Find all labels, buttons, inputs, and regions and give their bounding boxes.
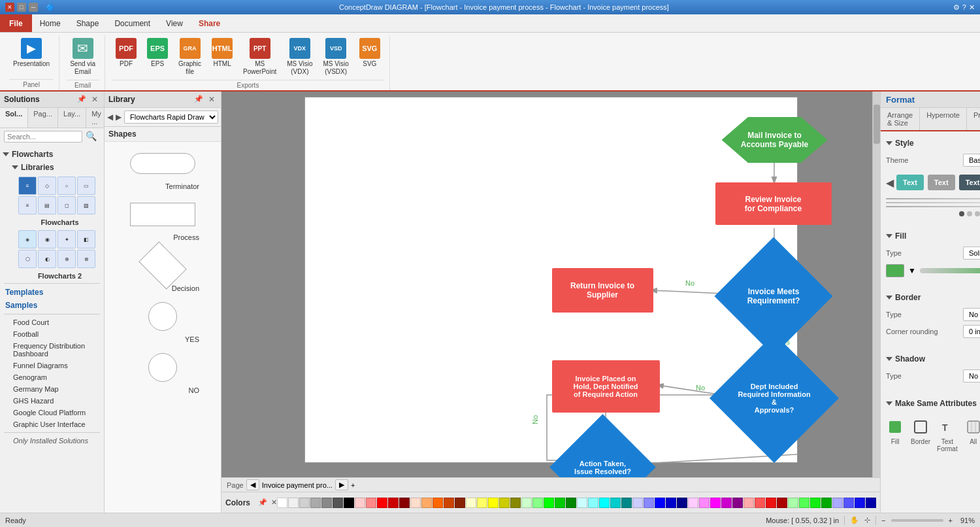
shape-yes-circle[interactable]: YES (123, 300, 202, 343)
swatch-lgray[interactable] (288, 498, 299, 508)
lib-thumb-b[interactable]: ◉ (38, 230, 56, 248)
node-mail-invoice[interactable]: Mail Invoice toAccounts Payable (722, 117, 828, 163)
theme-card-dark[interactable]: Text (959, 175, 980, 190)
make-same-text[interactable]: T TextFormat (937, 418, 958, 452)
swatch-blue2[interactable] (644, 498, 654, 508)
lib-close-icon[interactable]: ✕ (206, 94, 217, 105)
tab-pages[interactable]: Pag... (28, 108, 58, 128)
shape-no-circle[interactable]: NO (123, 351, 202, 394)
swatch-b3[interactable] (855, 498, 865, 508)
library-dropdown[interactable]: Flowcharts Rapid Draw (124, 110, 218, 124)
sol-installed[interactable]: Only Installed Solutions (0, 435, 104, 447)
menu-document[interactable]: Document (106, 14, 158, 32)
ribbon-pdf-button[interactable]: PDF PDF (112, 35, 140, 71)
swatch-b4[interactable] (866, 498, 876, 508)
vscroll-thumb[interactable] (874, 105, 880, 144)
tab-arrange-size[interactable]: Arrange & Size (881, 108, 920, 130)
close-icon[interactable]: ✕ (969, 3, 975, 12)
lib-thumb-c[interactable]: ✦ (57, 230, 76, 248)
sol-gui[interactable]: Graphic User Interface (0, 418, 104, 430)
swatch-blue[interactable] (655, 498, 665, 508)
ribbon-presentation-button[interactable]: ▶ Presentation (9, 35, 54, 71)
solutions-search[interactable] (4, 131, 82, 143)
border-type-select[interactable]: No Line (963, 308, 980, 321)
tab-layers[interactable]: Lay... (58, 108, 86, 128)
node-action-taken[interactable]: Action Taken,Issue Resolved? (549, 414, 656, 477)
border-section-header[interactable]: Border (886, 291, 980, 304)
zoom-in-icon[interactable]: + (949, 517, 953, 524)
minimize-button[interactable]: ─ (29, 3, 38, 12)
sol-genogram[interactable]: Genogram (0, 371, 104, 383)
maximize-button[interactable]: □ (17, 3, 26, 12)
tab-presentation[interactable]: Presentation (967, 108, 980, 130)
pin-icon[interactable]: 📌 (75, 94, 88, 105)
settings-icon[interactable]: ⚙ (953, 3, 960, 12)
swatch-lgreen[interactable] (521, 498, 532, 508)
swatch-green2[interactable] (532, 498, 543, 508)
lib-thumb-h[interactable]: ⊗ (77, 250, 95, 268)
swatch-vdyellow[interactable] (510, 498, 521, 508)
help-icon[interactable]: ? (962, 3, 966, 12)
flowcharts-section-header[interactable]: Flowcharts (0, 148, 104, 161)
sol-germany[interactable]: Germany Map (0, 383, 104, 395)
swatch-g4[interactable] (821, 498, 832, 508)
lib-thumb-3[interactable]: ○ (57, 177, 76, 195)
make-same-border[interactable]: Border (911, 418, 930, 452)
lib-thumb-5[interactable]: ≡ (18, 196, 37, 214)
swatch-orange2[interactable] (421, 498, 432, 508)
swatch-dgray[interactable] (321, 498, 332, 508)
swatch-magenta[interactable] (710, 498, 721, 508)
sol-templates[interactable]: Templates (0, 286, 104, 299)
swatch-vdgreen[interactable] (566, 498, 576, 508)
swatch-white[interactable] (277, 498, 287, 508)
swatch-yellow2[interactable] (477, 498, 487, 508)
zoom-slider[interactable] (891, 519, 943, 522)
swatch-r4[interactable] (777, 498, 787, 508)
sol-ghs[interactable]: GHS Hazard (0, 395, 104, 407)
swatch-r3[interactable] (766, 498, 776, 508)
lib-thumb-f[interactable]: ◐ (38, 250, 56, 268)
diagram-canvas[interactable]: No Yes No Yes No Yes Mail Invoice toA (304, 97, 798, 463)
swatch-cyan[interactable] (599, 498, 610, 508)
node-dept-included[interactable]: Dept IncludedRequired Information &Appro… (710, 333, 839, 463)
lib-pin-icon[interactable]: 📌 (192, 94, 205, 105)
swatch-b2[interactable] (843, 498, 854, 508)
swatch-vdmagenta[interactable] (732, 498, 743, 508)
swatch-lyellow[interactable] (466, 498, 476, 508)
menu-file[interactable]: File (0, 14, 32, 32)
menu-home[interactable]: Home (32, 14, 69, 32)
node-review-invoice[interactable]: Review Invoicefor Compliance (715, 182, 832, 225)
close-button[interactable]: ✕ (5, 3, 14, 12)
ribbon-msvdx-button[interactable]: VDX MS Visio(VDX) (283, 35, 316, 78)
canvas-scroll[interactable]: No Yes No Yes No Yes Mail Invoice toA (221, 92, 880, 477)
lib-thumb-2[interactable]: ◇ (38, 177, 56, 195)
lib-thumb-d[interactable]: ◧ (77, 230, 95, 248)
shadow-type-select[interactable]: No Shadow (963, 369, 980, 382)
ribbon-email-button[interactable]: ✉ Send viaEmail (66, 35, 99, 78)
menu-shape[interactable]: Shape (69, 14, 107, 32)
fill-opacity-slider[interactable] (920, 268, 980, 273)
tab-solutions[interactable]: Sol... (0, 108, 28, 128)
lib-thumb-4[interactable]: ▭ (77, 177, 95, 195)
ribbon-html-button[interactable]: HTML HTML (208, 35, 237, 71)
ribbon-msppt-button[interactable]: PPT MSPowerPoint (239, 35, 280, 78)
hand-icon[interactable]: ✋ (850, 516, 859, 524)
node-return-invoice[interactable]: Return Invoice toSupplier (552, 268, 653, 313)
lib-thumb-8[interactable]: ▨ (77, 196, 95, 214)
shape-process[interactable]: Process (123, 198, 202, 241)
theme-select[interactable]: Basic Theme (963, 154, 980, 167)
swatch-dcyan[interactable] (610, 498, 621, 508)
swatch-dyellow[interactable] (499, 498, 510, 508)
node-invoice-hold[interactable]: Invoice Placed onHold, Dept Notifiedof R… (552, 360, 660, 413)
swatch-lmagenta[interactable] (688, 498, 698, 508)
swatch-r1[interactable] (743, 498, 754, 508)
sol-football[interactable]: Football (0, 328, 104, 340)
cursor-icon[interactable]: ⊹ (864, 516, 870, 524)
theme-prev-icon[interactable]: ◀ (886, 177, 894, 189)
swatch-yellow[interactable] (488, 498, 498, 508)
swatch-dgreen[interactable] (555, 498, 565, 508)
swatch-dorange[interactable] (444, 498, 454, 508)
tab-hypernote[interactable]: Hypernote (920, 108, 967, 130)
swatch-lred[interactable] (355, 498, 365, 508)
swatch-vdred[interactable] (399, 498, 410, 508)
